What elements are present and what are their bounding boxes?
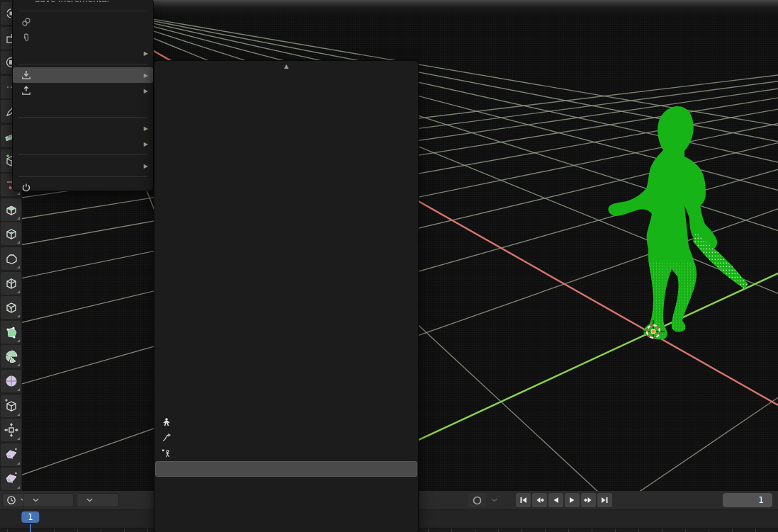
import-menu-item[interactable] bbox=[154, 414, 418, 430]
tool-group-indicator bbox=[17, 315, 20, 317]
tool-shrink-fatten[interactable] bbox=[1, 419, 21, 441]
character-model[interactable] bbox=[608, 106, 748, 339]
import-menu-item[interactable] bbox=[154, 72, 418, 87]
file-menu-item[interactable]: ▶ bbox=[13, 136, 153, 152]
tool-bevel[interactable] bbox=[1, 247, 21, 270]
file-menu-item[interactable]: ▶ bbox=[13, 67, 153, 83]
play-button[interactable] bbox=[565, 493, 580, 507]
import-menu-item[interactable] bbox=[154, 321, 418, 336]
import-menu-item[interactable] bbox=[154, 149, 418, 165]
import-menu-item[interactable] bbox=[154, 352, 418, 368]
file-menu-item[interactable] bbox=[13, 14, 153, 30]
bevel-icon bbox=[4, 251, 18, 266]
file-menu-item[interactable] bbox=[13, 98, 153, 114]
next-keyframe-button[interactable] bbox=[581, 493, 596, 507]
timeline-menu-view[interactable] bbox=[124, 493, 133, 507]
shrink-fatten-icon bbox=[4, 423, 18, 437]
import-menu-item[interactable] bbox=[154, 305, 418, 321]
submenu-arrow-icon: ▶ bbox=[144, 125, 148, 132]
file-menu-item[interactable]: ▶ bbox=[13, 45, 153, 61]
import-menu-item[interactable] bbox=[154, 274, 418, 290]
tool-loop-cut[interactable] bbox=[1, 272, 21, 295]
tool-rip-edge[interactable] bbox=[1, 468, 21, 490]
menu-item-partial[interactable]: Save Incremental bbox=[13, 1, 153, 8]
prev-keyframe-icon bbox=[534, 495, 545, 505]
loop-cut-icon bbox=[4, 276, 18, 290]
rip-edge-icon bbox=[4, 472, 18, 486]
tool-spin[interactable] bbox=[1, 345, 21, 368]
submenu-arrow-icon: ▶ bbox=[144, 141, 148, 147]
menu-separator bbox=[13, 174, 153, 180]
import-menu-item[interactable] bbox=[154, 430, 418, 446]
scroll-up-icon[interactable]: ▲ bbox=[154, 63, 418, 72]
import-menu-item[interactable] bbox=[154, 165, 418, 181]
import-menu-item[interactable] bbox=[154, 259, 418, 274]
spin-icon bbox=[4, 349, 18, 363]
current-frame-field[interactable]: 1 bbox=[723, 493, 772, 507]
import-menu-item[interactable] bbox=[155, 461, 417, 477]
file-menu-item[interactable]: ▶ bbox=[13, 120, 153, 136]
inset-faces-icon bbox=[4, 227, 18, 241]
tool-extrude-region[interactable] bbox=[1, 198, 21, 221]
import-menu-item[interactable] bbox=[154, 477, 418, 492]
import-menu-item[interactable] bbox=[154, 399, 418, 414]
import-menu-item[interactable] bbox=[154, 243, 418, 259]
prev-keyframe-button[interactable] bbox=[532, 493, 547, 507]
import-menu-item[interactable] bbox=[154, 103, 418, 118]
timeline-menu-keying[interactable] bbox=[77, 493, 119, 507]
tool-smooth[interactable] bbox=[1, 370, 21, 392]
tool-group-indicator bbox=[17, 388, 20, 391]
clock-icon bbox=[6, 495, 16, 505]
file-menu-item[interactable]: ▶ bbox=[13, 158, 153, 174]
import-menu-item[interactable] bbox=[154, 336, 418, 352]
submenu-arrow-icon: ▶ bbox=[144, 88, 148, 94]
import-menu-item[interactable] bbox=[154, 383, 418, 399]
play-icon bbox=[567, 495, 577, 505]
record-circle-icon bbox=[473, 496, 482, 505]
rip-region-icon bbox=[4, 448, 18, 462]
current-frame-badge[interactable]: 1 bbox=[21, 511, 39, 523]
import-menu-item[interactable] bbox=[154, 87, 418, 103]
import-menu-item[interactable] bbox=[154, 227, 418, 243]
jump-to-end-button[interactable] bbox=[597, 493, 612, 507]
tool-group-indicator bbox=[17, 413, 20, 416]
tool-inset-faces[interactable] bbox=[1, 222, 21, 245]
import-menu-item[interactable] bbox=[154, 212, 418, 227]
file-menu: Save Incremental ▶ ▶ ▶ bbox=[12, 0, 154, 191]
tool-knife[interactable] bbox=[1, 296, 21, 319]
jump-to-start-button[interactable] bbox=[516, 493, 531, 507]
import-menu-item[interactable] bbox=[154, 290, 418, 305]
tool-group-indicator bbox=[17, 462, 20, 465]
extrude-region-icon bbox=[4, 203, 18, 217]
import-menu-item[interactable] bbox=[154, 508, 418, 523]
tool-rip-region[interactable] bbox=[1, 443, 21, 466]
link-icon bbox=[20, 17, 33, 27]
import-menu-item[interactable] bbox=[154, 118, 418, 134]
timeline-menu-playback[interactable] bbox=[23, 493, 74, 507]
tool-group-indicator bbox=[17, 290, 20, 293]
file-menu-item[interactable] bbox=[13, 30, 153, 45]
import-menu-item[interactable] bbox=[154, 368, 418, 383]
smooth-icon bbox=[4, 374, 18, 388]
keying-set-dropdown[interactable] bbox=[486, 493, 502, 507]
import-menu-item[interactable] bbox=[154, 196, 418, 212]
menu-separator bbox=[13, 8, 153, 14]
play-reverse-button[interactable] bbox=[548, 493, 563, 507]
tool-edge-slide[interactable] bbox=[1, 395, 21, 417]
jump-to-end-icon bbox=[599, 495, 610, 505]
import-menu-item[interactable] bbox=[154, 492, 418, 508]
chevron-down-icon bbox=[33, 498, 39, 502]
import-menu-item[interactable] bbox=[154, 181, 418, 196]
chevron-down-icon bbox=[491, 498, 497, 502]
auto-keying-toggle[interactable] bbox=[468, 493, 486, 507]
file-menu-item[interactable]: ▶ bbox=[13, 83, 153, 98]
file-menu-item[interactable] bbox=[13, 180, 153, 196]
tool-group-indicator bbox=[17, 217, 20, 220]
blender-window: Save Incremental ▶ ▶ ▶ bbox=[0, 0, 778, 532]
tool-group-indicator bbox=[17, 486, 20, 489]
tool-poly-build[interactable] bbox=[1, 321, 21, 344]
edge-slide-icon bbox=[4, 399, 18, 413]
import-menu-item[interactable] bbox=[154, 446, 418, 461]
tool-group-indicator bbox=[17, 363, 20, 366]
import-menu-item[interactable] bbox=[154, 134, 418, 149]
